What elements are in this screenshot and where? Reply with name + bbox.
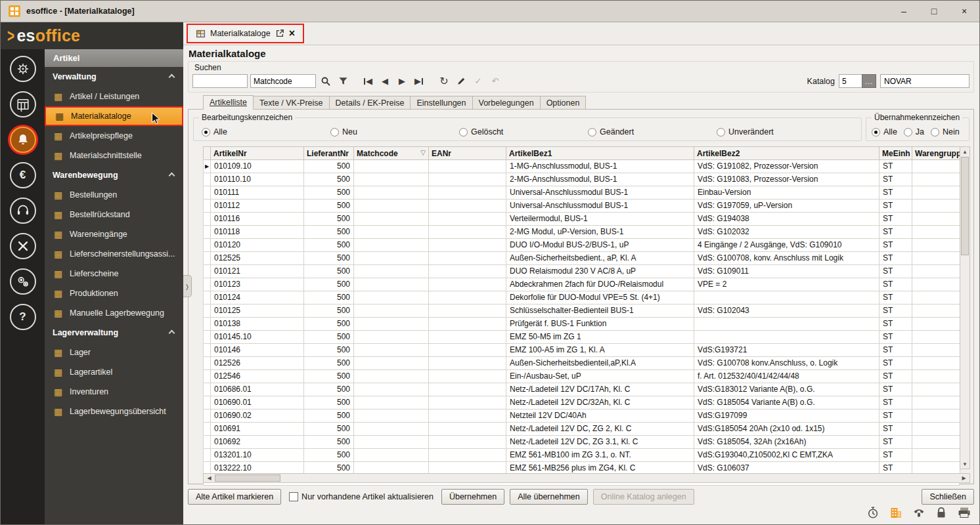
nav-item-bestellungen[interactable]: ▦Bestellungen (45, 185, 183, 205)
tab-artikelliste[interactable]: Artikelliste (203, 95, 254, 110)
table-row[interactable]: 010123500Abdeckrahmen 2fach für DUO-/Rel… (204, 278, 960, 291)
horizontal-scrollbar[interactable]: ◀ ▶ (203, 473, 970, 483)
nav-group-verwaltung[interactable]: Verwaltung (45, 67, 183, 87)
module-support-button[interactable] (10, 198, 36, 224)
sidebar-collapse-handle[interactable]: › (183, 275, 192, 297)
nav-item-lieferscheinerstellungsassi[interactable]: ▦Lieferscheinerstellungsassi... (45, 244, 183, 264)
undo-button[interactable]: ↶ (488, 74, 502, 89)
table-row[interactable]: 010145.10500EMZ 50-M5 im ZG 1ST (204, 331, 960, 344)
lock-icon[interactable] (935, 506, 947, 519)
column-header-artikelnr[interactable]: ArtikelNr (211, 147, 304, 160)
radio-geändert[interactable]: Geändert (588, 127, 717, 136)
module-alarm-button[interactable] (10, 127, 36, 153)
column-header-meeinh[interactable]: MeEinh (880, 147, 912, 160)
confirm-button[interactable]: ✓ (471, 74, 485, 89)
matchcode-input[interactable] (250, 74, 316, 88)
tab-vorbelegungen[interactable]: Vorbelegungen (473, 96, 541, 110)
nav-item-produktionen[interactable]: ▦Produktionen (45, 284, 183, 303)
nav-item-manuelle-lagerbewegung[interactable]: ▦Manuelle Lagerbewegung (45, 303, 183, 323)
update-existing-checkbox-row[interactable]: Nur vorhandene Artikel aktualisieren (289, 492, 434, 501)
katalog-number-input[interactable] (839, 74, 862, 88)
nav-item-artikelpreispflege[interactable]: ▦Artikelpreispflege (45, 126, 183, 146)
table-row[interactable]: 0101185002-MG Modul, uP-Version, BUS-1Vd… (204, 226, 960, 239)
table-row[interactable]: 012526500Außen-Sicherheitsbedienteil,aP,… (204, 357, 960, 370)
close-tab-icon[interactable]: × (289, 28, 295, 39)
radio-gelöscht[interactable]: Gelöscht (459, 127, 588, 136)
table-row[interactable]: 010692500Netz-/Ladeteil 12V DC, ZG 3.1, … (204, 436, 960, 449)
table-row[interactable]: 010112500Universal-Anschlussmodul BUS-1V… (204, 200, 960, 213)
radio-neu[interactable]: Neu (330, 127, 459, 136)
table-row[interactable]: 010686.01500Netz-/Ladeteil 12V DC/17Ah, … (204, 383, 960, 396)
module-services-button[interactable] (10, 268, 36, 295)
printer-icon[interactable] (957, 506, 971, 519)
horizontal-scroll-thumb[interactable] (215, 474, 280, 482)
katalog-browse-button[interactable]: ... (862, 74, 876, 88)
column-header-artikelbez2[interactable]: ArtikelBez2 (694, 147, 880, 160)
table-row[interactable]: 010146500EMZ 100-A5 im ZG 1, Kl. AVdS:G1… (204, 344, 960, 357)
radio-unverändert[interactable]: Unverändert (717, 127, 845, 136)
tab-details-ek-preise[interactable]: Details / EK-Preise (330, 96, 411, 110)
mark-old-articles-button[interactable]: Alte Artikel markieren (188, 489, 281, 505)
table-row[interactable]: 010121500DUO Relaismodul 230 V AC/8 A, u… (204, 265, 960, 278)
module-settings-button[interactable] (10, 56, 36, 82)
minimize-button[interactable]: – (889, 1, 919, 22)
phone-icon[interactable] (912, 506, 925, 519)
nav-first-button[interactable]: ◀ (361, 74, 375, 89)
nav-item-lagerartikel[interactable]: ▦Lagerartikel (45, 362, 183, 382)
radio-nein[interactable]: Nein (931, 127, 960, 136)
search-button[interactable] (319, 74, 333, 89)
table-row[interactable]: 010120500DUO I/O-Modul BUS-2/BUS-1, uP4 … (204, 239, 960, 252)
vertical-scroll-thumb[interactable] (961, 157, 969, 255)
nav-item-materialschnittstelle[interactable]: ▦Materialschnittstelle (45, 146, 183, 165)
table-row[interactable]: 010111500Universal-Anschlussmodul BUS-1E… (204, 186, 960, 200)
table-row[interactable]: 010138500Prüfgerät f. BUS-1 FunktionST (204, 318, 960, 331)
vertical-scrollbar[interactable]: ▲ ▼ (960, 146, 970, 469)
radio-ja[interactable]: Ja (904, 127, 924, 136)
tab-einstellungen[interactable]: Einstellungen (411, 96, 472, 110)
tab-texte-vk-preise[interactable]: Texte / VK-Preise (254, 96, 330, 110)
nav-last-button[interactable]: ▶ (412, 74, 426, 89)
nav-item-lager[interactable]: ▦Lager (45, 343, 183, 362)
table-row[interactable]: 012546500Ein-/Ausbau-Set, uPf. Art. 0125… (204, 370, 960, 383)
table-row[interactable]: 010690.02500Netzteil 12V DC/40AhVdS:G197… (204, 410, 960, 423)
nav-item-artikel-leistungen[interactable]: ▦Artikel / Leistungen (45, 87, 183, 106)
nav-next-button[interactable]: ▶ (395, 74, 409, 89)
table-row[interactable]: 010110.105002-MG-Anschlussmodul, BUS-1Vd… (204, 173, 960, 186)
nav-item-lieferscheine[interactable]: ▦Lieferscheine (45, 264, 183, 284)
nav-item-wareneingänge[interactable]: ▦Wareneingänge (45, 224, 183, 244)
table-row[interactable]: 010116500Verteilermodul, BUS-1VdS: G1940… (204, 213, 960, 226)
radio-alle[interactable]: Alle (872, 127, 897, 136)
tab-optionen[interactable]: Optionen (541, 96, 587, 110)
module-tools-button[interactable] (10, 233, 36, 259)
module-help-button[interactable]: ? (10, 304, 36, 330)
scroll-up-icon[interactable]: ▲ (962, 147, 968, 156)
nav-item-lagerbewegungsübersicht[interactable]: ▦Lagerbewegungsübersicht (45, 402, 183, 421)
refresh-button[interactable]: ↻ (437, 74, 451, 89)
nav-group-lagerverwaltung[interactable]: Lagerverwaltung (45, 323, 183, 343)
scroll-right-icon[interactable]: ▶ (960, 475, 968, 481)
column-header-matchcode[interactable]: Matchcode▽ (354, 147, 429, 160)
nav-item-inventuren[interactable]: ▦Inventuren (45, 382, 183, 402)
table-row[interactable]: 010124500Dekorfolie für DUO-Modul VPE=5 … (204, 291, 960, 304)
apply-button[interactable]: Übernehmen (441, 489, 504, 505)
column-header-lieferantnr[interactable]: LieferantNr (304, 147, 354, 160)
tab-materialkataloge-document[interactable]: Materialkataloge × (190, 26, 300, 41)
radio-alle[interactable]: Alle (202, 127, 330, 136)
module-finance-button[interactable]: € (10, 162, 36, 188)
table-row[interactable]: 012525500Außen-Sicherheitsbedient., aP, … (204, 252, 960, 265)
close-page-button[interactable]: Schließen (922, 489, 974, 505)
column-header-warengrupp[interactable]: Warengrupp (912, 147, 960, 160)
edit-button[interactable] (454, 74, 468, 89)
timer-icon[interactable] (866, 506, 880, 519)
maximize-button[interactable]: □ (919, 1, 949, 22)
apply-all-button[interactable]: Alle übernehmen (510, 489, 588, 505)
column-header-artikelbez1[interactable]: ArtikelBez1 (506, 147, 694, 160)
building-icon[interactable] (889, 506, 902, 519)
nav-item-bestellrückstand[interactable]: ▦Bestellrückstand (45, 205, 183, 224)
scroll-left-icon[interactable]: ◀ (205, 475, 213, 481)
external-link-icon[interactable] (275, 29, 284, 38)
nav-item-materialkataloge[interactable]: ▦Materialkataloge (45, 106, 183, 126)
nav-group-warenbewegung[interactable]: Warenbewegung (45, 165, 183, 185)
table-row[interactable]: ▶010109.105001-MG-Anschlussmodul, BUS-1V… (204, 160, 960, 173)
column-header-eanr[interactable]: EANr (429, 147, 506, 160)
